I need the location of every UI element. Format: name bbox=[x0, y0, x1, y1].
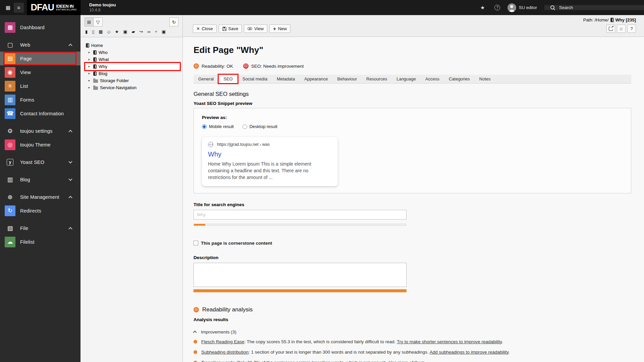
chevron-icon bbox=[68, 196, 72, 199]
sidebar-item[interactable]: ↻ Redirects bbox=[0, 204, 80, 218]
expand-arrow-icon[interactable] bbox=[88, 58, 91, 61]
open-frontend-button[interactable] bbox=[606, 24, 615, 33]
tree-folder-icon bbox=[93, 79, 98, 83]
tab[interactable]: General bbox=[194, 75, 218, 83]
drag-new-page-icon[interactable]: ▮ bbox=[85, 29, 88, 34]
tree-node[interactable]: Why bbox=[85, 63, 180, 70]
blog-icon: ▥ bbox=[7, 176, 13, 183]
help-icon[interactable]: ? bbox=[491, 0, 503, 15]
serp-preview-card: https://jgrad.toujou.net › was Why Home … bbox=[202, 137, 338, 186]
sidebar-item[interactable]: ▥ Forms bbox=[0, 93, 80, 107]
sidebar-item[interactable]: ⊕ Site Management bbox=[0, 190, 80, 204]
tree-node[interactable]: Blog bbox=[85, 70, 180, 77]
tab[interactable]: Language bbox=[392, 75, 421, 83]
title-length-bar bbox=[194, 224, 407, 226]
tab[interactable]: Social media bbox=[238, 75, 272, 83]
analysis-topic-link[interactable]: Transition words bbox=[201, 360, 234, 362]
sidebar-item[interactable]: ▥ Blog bbox=[0, 173, 80, 186]
title-field-label: Title for search engines bbox=[194, 202, 631, 207]
analysis-action-link[interactable]: Try to make shorter sentences to improve… bbox=[397, 339, 502, 344]
tree-node[interactable]: Home bbox=[85, 42, 180, 49]
drag-new-page-icon[interactable]: ▯ bbox=[92, 29, 94, 34]
tree-node[interactable]: Storage Folder bbox=[85, 77, 180, 84]
drag-new-page-icon[interactable]: ★ bbox=[115, 29, 119, 34]
cornerstone-checkbox-row[interactable]: This page is cornerstone content bbox=[194, 241, 631, 246]
sidebar-item[interactable]: ▨ File bbox=[0, 221, 80, 235]
tree-node[interactable]: What bbox=[85, 56, 180, 63]
sidebar-item-label: toujou Theme bbox=[20, 142, 80, 147]
pagetree-toggle-icon[interactable]: ≡ bbox=[14, 3, 24, 13]
tree-node[interactable]: Who bbox=[85, 49, 180, 56]
drag-new-page-icon[interactable]: ▰ bbox=[132, 29, 135, 34]
sidebar-item[interactable]: ▤ Page bbox=[0, 52, 80, 65]
expand-arrow-icon[interactable] bbox=[88, 79, 91, 82]
topbar-toggles: ▦ ≡ bbox=[0, 0, 27, 15]
radio-mobile-result[interactable]: Mobile result bbox=[202, 124, 234, 129]
sidebar-item[interactable]: ☎ Contact Information bbox=[0, 107, 80, 120]
global-search[interactable]: Search bbox=[544, 5, 644, 10]
drag-new-page-icon[interactable]: ◇ bbox=[107, 29, 111, 34]
tab[interactable]: Metadata bbox=[272, 75, 300, 83]
tab[interactable]: Appearance bbox=[300, 75, 332, 83]
help-button[interactable] bbox=[627, 24, 636, 33]
drag-new-page-icon[interactable]: ÷ bbox=[155, 29, 157, 34]
expand-arrow-icon[interactable] bbox=[88, 51, 91, 54]
page-tree-toolbar: ⊞ ▽ ↻ ▮▯▦◇★▣▰↪∞÷▣ bbox=[80, 15, 182, 37]
analysis-topic-link[interactable]: Subheading distribution bbox=[201, 350, 249, 355]
expand-arrow-icon[interactable] bbox=[88, 86, 91, 89]
save-button[interactable]: Save bbox=[219, 24, 242, 33]
seo-description-textarea[interactable] bbox=[194, 263, 407, 287]
checkbox-unchecked-icon[interactable] bbox=[194, 241, 198, 245]
tab[interactable]: Behaviour bbox=[332, 75, 362, 83]
tab[interactable]: Access bbox=[421, 75, 444, 83]
drag-new-page-icon[interactable]: ∞ bbox=[147, 29, 150, 34]
radio-unselected-icon bbox=[243, 124, 247, 129]
bookmark-star-icon[interactable] bbox=[477, 0, 489, 15]
sidebar-item[interactable]: ▢ Web bbox=[0, 38, 80, 52]
analysis-item: Subheading distribution: 1 section of yo… bbox=[194, 349, 631, 355]
serp-title-link[interactable]: Why bbox=[208, 150, 332, 158]
sidebar-item[interactable]: ≡ List bbox=[0, 79, 80, 93]
bookmark-button[interactable] bbox=[617, 24, 626, 33]
tree-page-icon bbox=[93, 57, 97, 62]
sidebar-item[interactable]: y Yoast SEO bbox=[0, 155, 80, 169]
seo-title-input[interactable] bbox=[194, 210, 407, 220]
tab[interactable]: SEO bbox=[218, 75, 237, 83]
analysis-action-link[interactable]: Use more of them bbox=[389, 360, 425, 362]
drag-new-page-icon[interactable]: ▣ bbox=[162, 29, 166, 34]
sidebar-item[interactable]: ⚙ toujou settings bbox=[0, 124, 80, 138]
new-button[interactable]: New bbox=[269, 24, 290, 33]
tree-page-icon bbox=[93, 64, 97, 69]
close-button[interactable]: Close bbox=[193, 24, 217, 33]
drag-new-page-icon[interactable]: ↪ bbox=[140, 29, 143, 34]
tb-page-icon: ▮ bbox=[85, 29, 88, 34]
module-grid-icon[interactable]: ▦ bbox=[3, 3, 13, 13]
sidebar-item[interactable]: ◉ View bbox=[0, 65, 80, 79]
new-page-button[interactable]: ⊞ bbox=[85, 17, 94, 26]
module-menu: ▦ Dashboard ▢ Web ▤ Page ◉ View ≡ bbox=[0, 15, 80, 362]
orange-dot-icon bbox=[194, 350, 197, 354]
tb-divider-icon: ÷ bbox=[155, 29, 157, 34]
sidebar-item[interactable]: ▦ Dashboard bbox=[0, 20, 80, 34]
tab[interactable]: Resources bbox=[362, 75, 392, 83]
sidebar-item[interactable]: ◎ toujou Theme bbox=[0, 138, 80, 152]
radio-desktop-result[interactable]: Desktop result bbox=[243, 124, 277, 129]
analysis-topic-link[interactable]: Flesch Reading Ease bbox=[201, 339, 244, 344]
expand-arrow-icon[interactable] bbox=[88, 65, 91, 68]
improvements-toggle[interactable]: Improvements (3) bbox=[194, 329, 631, 335]
analysis-action-link[interactable]: Add subheadings to improve readability bbox=[430, 350, 508, 355]
tab[interactable]: Categories bbox=[444, 75, 475, 83]
view-button[interactable]: View bbox=[244, 24, 267, 33]
tree-node[interactable]: Service-Navigation bbox=[85, 84, 180, 91]
expand-arrow-icon[interactable] bbox=[88, 72, 91, 75]
brand-logo[interactable]: DFAU IDEEN IN ENTWICKLUNG bbox=[27, 0, 80, 15]
sidebar-item[interactable]: ☁ Filelist bbox=[0, 235, 80, 249]
description-length-bar bbox=[194, 289, 407, 292]
drag-new-page-icon[interactable]: ▣ bbox=[123, 29, 127, 34]
filter-icon[interactable]: ▽ bbox=[94, 17, 103, 26]
refresh-icon[interactable]: ↻ bbox=[169, 17, 178, 26]
user-menu[interactable]: SU editor bbox=[506, 3, 542, 12]
fingerprint-icon: ◎ bbox=[8, 141, 13, 148]
tab[interactable]: Notes bbox=[475, 75, 495, 83]
drag-new-page-icon[interactable]: ▦ bbox=[99, 29, 103, 34]
